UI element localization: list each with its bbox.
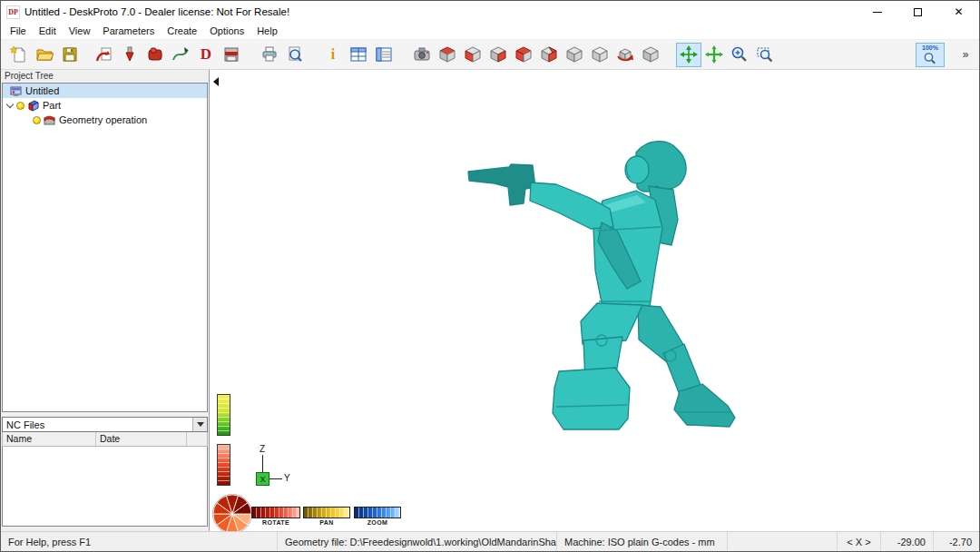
load-geometry-button[interactable]	[92, 43, 117, 67]
tree-item-untitled[interactable]: Untitled	[3, 84, 207, 98]
load-geometry-icon	[95, 45, 113, 64]
view-cube-top-button[interactable]	[435, 43, 460, 67]
viewport-3d-canvas[interactable]: ROTATE PAN ZOOM Z X Y	[210, 70, 979, 531]
menu-parameters[interactable]: Parameters	[96, 24, 161, 39]
tree-item-label: Untitled	[25, 85, 59, 96]
view-cube-iso-button[interactable]	[587, 43, 612, 67]
fit-to-screen-icon	[680, 45, 698, 64]
rotate-dial[interactable]	[211, 493, 253, 531]
zoom-in-button[interactable]	[727, 43, 752, 67]
view-cube-default-button[interactable]	[638, 43, 663, 67]
feed-slider[interactable]	[217, 394, 230, 436]
maximize-icon	[914, 8, 922, 16]
zoom-label: ZOOM	[354, 519, 401, 526]
curve-icon	[172, 45, 190, 64]
cube-gray-default-icon	[642, 45, 660, 64]
rotate-view-button[interactable]	[612, 43, 638, 67]
menu-file[interactable]: File	[4, 24, 33, 39]
maximize-button[interactable]	[897, 1, 938, 23]
deskproto-wizard-button[interactable]: D	[193, 43, 219, 67]
minimize-button[interactable]	[857, 1, 897, 23]
close-button[interactable]: ✕	[938, 1, 979, 23]
tree-item-label: Part	[43, 100, 61, 111]
cutter-button[interactable]	[117, 43, 142, 67]
status-geometry-file: Geometry file: D:\Freedesignwold\1.worki…	[278, 532, 557, 551]
app-window: DP Untitled - DeskProto 7.0 - Dealer lic…	[0, 0, 980, 552]
toolbar-overflow-button[interactable]: »	[957, 48, 974, 61]
lightbulb-icon[interactable]	[33, 116, 41, 124]
axis-z-line	[262, 455, 263, 472]
window-title: Untitled - DeskProto 7.0 - Dealer licens…	[24, 6, 289, 17]
operation-icon	[44, 114, 55, 126]
zoom-mode-button[interactable]: ZOOM	[354, 507, 401, 526]
nc-files-dropdown[interactable]: NC Files	[2, 417, 208, 432]
write-nc-button[interactable]	[219, 43, 244, 67]
zoom-100-button[interactable]: 100%	[916, 43, 945, 67]
rotate-view-icon	[616, 45, 634, 64]
cube-left-red-icon	[540, 45, 558, 64]
deskproto-wizard-icon: D	[201, 45, 211, 64]
menu-help[interactable]: Help	[250, 24, 284, 39]
status-machine: Machine: ISO plain G-codes - mm	[557, 532, 728, 551]
print-button[interactable]	[257, 43, 282, 67]
speed-slider[interactable]	[217, 444, 230, 486]
nc-files-dropdown-value: NC Files	[3, 419, 192, 430]
menu-options[interactable]: Options	[203, 24, 250, 39]
status-x-coordinate: -29.00	[881, 532, 934, 551]
view-cube-bottom-button[interactable]	[562, 43, 587, 67]
new-file-button[interactable]	[6, 43, 32, 67]
menu-view[interactable]: View	[63, 24, 97, 39]
zoom-window-icon	[756, 45, 774, 64]
view-cube-right-button[interactable]	[485, 43, 511, 67]
menu-create[interactable]: Create	[161, 24, 203, 39]
view-camera-button[interactable]	[409, 43, 435, 67]
pan-mode-button[interactable]: PAN	[303, 507, 350, 526]
project-tree-caption: Project Tree	[2, 70, 208, 83]
tree-item-geometry-operation[interactable]: Geometry operation	[3, 113, 207, 127]
nc-col-date[interactable]: Date	[96, 432, 187, 446]
axis-indicator: Z X Y	[253, 444, 299, 494]
nc-files-list[interactable]	[2, 447, 208, 527]
zoom-100-icon	[923, 52, 937, 65]
status-axis-label: < X >	[838, 532, 881, 551]
print-preview-button[interactable]	[282, 43, 308, 67]
cube-back-red-icon	[514, 45, 533, 64]
menu-edit[interactable]: Edit	[33, 24, 63, 39]
nc-col-name[interactable]: Name	[3, 432, 96, 446]
axis-x-label: X	[260, 475, 265, 484]
pan-view-button[interactable]	[701, 43, 727, 67]
solid-part-icon	[146, 45, 164, 64]
info-button[interactable]: i	[320, 43, 346, 67]
title-bar: DP Untitled - DeskProto 7.0 - Dealer lic…	[1, 1, 979, 23]
rotate-bar-icon	[251, 507, 300, 518]
info-icon: i	[331, 46, 335, 63]
lightbulb-icon[interactable]	[16, 102, 24, 110]
axis-y-line	[270, 478, 282, 479]
dropdown-arrow-button[interactable]	[192, 418, 207, 431]
chevron-down-icon[interactable]	[6, 101, 14, 108]
status-y-coordinate: -2.70	[934, 532, 979, 551]
main-toolbar: D i	[1, 40, 979, 70]
view-cube-left-button[interactable]	[536, 43, 562, 67]
statistics-table-button[interactable]	[371, 43, 397, 67]
save-project-button[interactable]	[57, 43, 83, 67]
collapse-arrow-icon	[213, 77, 219, 86]
view-cube-front-button[interactable]	[460, 43, 485, 67]
camera-icon	[413, 45, 431, 64]
collapse-panel-button[interactable]	[211, 74, 220, 88]
model-running-figure	[210, 70, 979, 531]
cube-top-red-icon	[438, 45, 456, 64]
parameters-grid-button[interactable]	[346, 43, 371, 67]
zoom-in-icon	[730, 45, 749, 64]
menu-bar: File Edit View Parameters Create Options…	[1, 23, 979, 40]
curve-button[interactable]	[168, 43, 193, 67]
solid-part-button[interactable]	[142, 43, 168, 67]
zoom-window-button[interactable]	[752, 43, 778, 67]
status-spacer	[728, 532, 838, 551]
zoom-bar-icon	[354, 507, 401, 518]
rotate-mode-button[interactable]: ROTATE	[251, 507, 300, 526]
tree-item-part[interactable]: Part	[3, 98, 207, 113]
fit-to-screen-button[interactable]	[676, 43, 701, 67]
view-cube-back-button[interactable]	[511, 43, 536, 67]
open-project-button[interactable]	[32, 43, 57, 67]
